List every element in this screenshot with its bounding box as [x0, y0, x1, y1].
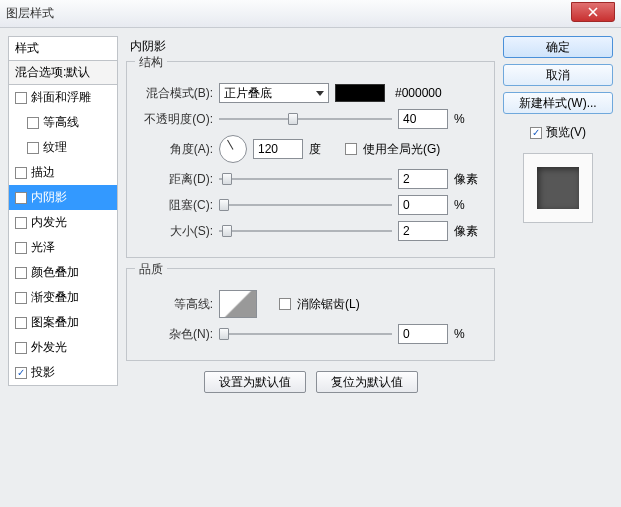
ok-button[interactable]: 确定: [503, 36, 613, 58]
styles-header: 样式: [8, 36, 118, 60]
noise-label: 杂色(N):: [137, 326, 213, 343]
style-checkbox[interactable]: [15, 167, 27, 179]
distance-input[interactable]: [398, 169, 448, 189]
style-checkbox[interactable]: [15, 92, 27, 104]
style-checkbox[interactable]: [15, 292, 27, 304]
structure-legend: 结构: [135, 54, 167, 71]
dialog-content: 样式 混合选项:默认 斜面和浮雕等高线纹理描边内阴影内发光光泽颜色叠加渐变叠加图…: [0, 28, 621, 507]
blend-mode-select[interactable]: 正片叠底: [219, 83, 329, 103]
style-label: 颜色叠加: [31, 264, 79, 281]
noise-input[interactable]: [398, 324, 448, 344]
opacity-input[interactable]: [398, 109, 448, 129]
size-label: 大小(S):: [137, 223, 213, 240]
style-checkbox[interactable]: [15, 217, 27, 229]
style-item-0[interactable]: 斜面和浮雕: [9, 85, 117, 110]
preview-label: 预览(V): [546, 124, 586, 141]
preview-toggle-row: 预览(V): [503, 124, 613, 141]
distance-slider[interactable]: [219, 172, 392, 186]
distance-label: 距离(D):: [137, 171, 213, 188]
global-light-label: 使用全局光(G): [363, 141, 440, 158]
titlebar: 图层样式: [0, 0, 621, 28]
style-checkbox[interactable]: [15, 192, 27, 204]
choke-input[interactable]: [398, 195, 448, 215]
structure-fieldset: 结构 混合模式(B): 正片叠底 #000000 不透明度(O): %: [126, 61, 495, 258]
settings-panel: 内阴影 结构 混合模式(B): 正片叠底 #000000 不透明度(O):: [126, 36, 495, 499]
style-label: 斜面和浮雕: [31, 89, 91, 106]
style-checkbox[interactable]: [15, 317, 27, 329]
style-item-8[interactable]: 渐变叠加: [9, 285, 117, 310]
style-item-6[interactable]: 光泽: [9, 235, 117, 260]
size-unit: 像素: [454, 223, 484, 240]
opacity-label: 不透明度(O):: [137, 111, 213, 128]
blend-mode-value: 正片叠底: [224, 85, 272, 102]
style-label: 渐变叠加: [31, 289, 79, 306]
style-label: 描边: [31, 164, 55, 181]
style-list: 斜面和浮雕等高线纹理描边内阴影内发光光泽颜色叠加渐变叠加图案叠加外发光投影: [8, 85, 118, 386]
style-checkbox[interactable]: [15, 242, 27, 254]
style-item-3[interactable]: 描边: [9, 160, 117, 185]
angle-unit: 度: [309, 141, 339, 158]
style-label: 投影: [31, 364, 55, 381]
style-item-10[interactable]: 外发光: [9, 335, 117, 360]
style-item-1[interactable]: 等高线: [9, 110, 117, 135]
style-item-9[interactable]: 图案叠加: [9, 310, 117, 335]
global-light-checkbox[interactable]: [345, 143, 357, 155]
opacity-unit: %: [454, 112, 484, 126]
new-style-button[interactable]: 新建样式(W)...: [503, 92, 613, 114]
default-buttons-row: 设置为默认值 复位为默认值: [126, 371, 495, 393]
choke-unit: %: [454, 198, 484, 212]
effect-title: 内阴影: [130, 38, 495, 55]
preview-checkbox[interactable]: [530, 127, 542, 139]
style-label: 纹理: [43, 139, 67, 156]
style-label: 图案叠加: [31, 314, 79, 331]
close-icon: [588, 7, 598, 17]
preview-swatch: [537, 167, 579, 209]
style-checkbox[interactable]: [15, 367, 27, 379]
style-item-7[interactable]: 颜色叠加: [9, 260, 117, 285]
contour-label: 等高线:: [137, 296, 213, 313]
style-item-5[interactable]: 内发光: [9, 210, 117, 235]
choke-slider[interactable]: [219, 198, 392, 212]
reset-default-button[interactable]: 复位为默认值: [316, 371, 418, 393]
chevron-down-icon: [316, 91, 324, 96]
style-label: 等高线: [43, 114, 79, 131]
style-item-11[interactable]: 投影: [9, 360, 117, 385]
blend-options-item[interactable]: 混合选项:默认: [8, 60, 118, 85]
preview-box: [523, 153, 593, 223]
style-item-2[interactable]: 纹理: [9, 135, 117, 160]
style-checkbox[interactable]: [15, 267, 27, 279]
style-checkbox[interactable]: [15, 342, 27, 354]
angle-input[interactable]: [253, 139, 303, 159]
quality-fieldset: 品质 等高线: 消除锯齿(L) 杂色(N): %: [126, 268, 495, 361]
window-title: 图层样式: [6, 5, 54, 22]
style-checkbox[interactable]: [27, 142, 39, 154]
size-slider[interactable]: [219, 224, 392, 238]
style-checkbox[interactable]: [27, 117, 39, 129]
style-label: 光泽: [31, 239, 55, 256]
antialias-checkbox[interactable]: [279, 298, 291, 310]
distance-unit: 像素: [454, 171, 484, 188]
blend-mode-label: 混合模式(B):: [137, 85, 213, 102]
color-hex: #000000: [395, 86, 442, 100]
close-button[interactable]: [571, 2, 615, 22]
cancel-button[interactable]: 取消: [503, 64, 613, 86]
style-item-4[interactable]: 内阴影: [9, 185, 117, 210]
antialias-label: 消除锯齿(L): [297, 296, 360, 313]
angle-dial[interactable]: [219, 135, 247, 163]
style-label: 内阴影: [31, 189, 67, 206]
noise-slider[interactable]: [219, 327, 392, 341]
style-label: 外发光: [31, 339, 67, 356]
color-swatch[interactable]: [335, 84, 385, 102]
quality-legend: 品质: [135, 261, 167, 278]
angle-label: 角度(A):: [137, 141, 213, 158]
size-input[interactable]: [398, 221, 448, 241]
contour-picker[interactable]: [219, 290, 257, 318]
make-default-button[interactable]: 设置为默认值: [204, 371, 306, 393]
opacity-slider[interactable]: [219, 112, 392, 126]
choke-label: 阻塞(C):: [137, 197, 213, 214]
style-label: 内发光: [31, 214, 67, 231]
noise-unit: %: [454, 327, 484, 341]
right-panel: 确定 取消 新建样式(W)... 预览(V): [503, 36, 613, 499]
styles-panel: 样式 混合选项:默认 斜面和浮雕等高线纹理描边内阴影内发光光泽颜色叠加渐变叠加图…: [8, 36, 118, 499]
